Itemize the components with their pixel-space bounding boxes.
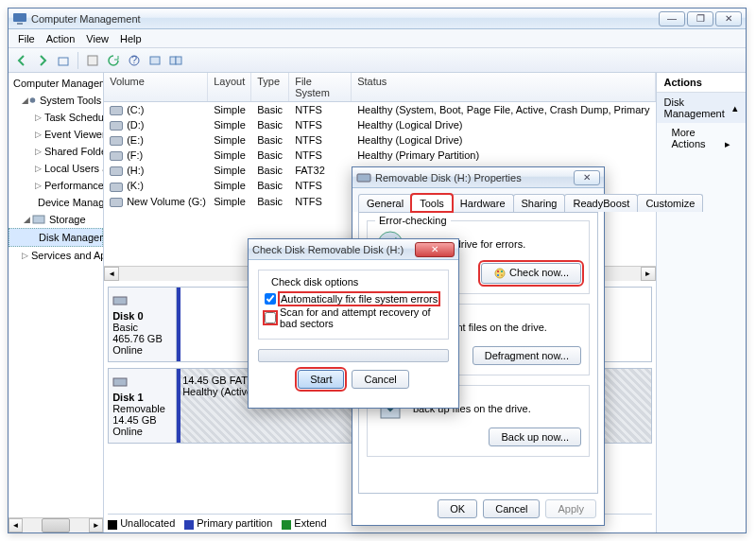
window-title: Computer Management — [31, 13, 659, 25]
tab-readyboost[interactable]: ReadyBoost — [564, 194, 638, 212]
auto-fix-checkbox[interactable] — [265, 293, 276, 305]
forward-button[interactable] — [33, 51, 52, 70]
volume-row[interactable]: (E:)SimpleBasicNTFSHealthy (Logical Driv… — [104, 132, 655, 148]
col-type[interactable]: Type — [251, 73, 289, 101]
chevron-right-icon: ▸ — [725, 138, 730, 150]
svg-rect-23 — [113, 378, 127, 386]
extra-button-2[interactable] — [166, 51, 185, 70]
tab-hardware[interactable]: Hardware — [452, 194, 514, 212]
svg-rect-30 — [501, 274, 503, 276]
volume-icon — [110, 121, 123, 131]
props-tabs: General Tools Hardware Sharing ReadyBoos… — [352, 188, 604, 212]
tab-tools[interactable]: Tools — [411, 194, 453, 212]
tree-shared-folders[interactable]: ▷Shared Folders — [9, 143, 103, 160]
actions-pane: Actions Disk Management▴ More Actions▸ — [657, 73, 747, 532]
menu-file[interactable]: File — [12, 31, 41, 46]
maximize-button[interactable]: ❐ — [687, 11, 713, 26]
tree-disk-management[interactable]: Disk Management — [9, 228, 103, 247]
ok-button[interactable]: OK — [438, 499, 477, 518]
scan-bad-checkbox[interactable] — [265, 312, 276, 323]
disk-icon — [112, 375, 128, 390]
props-close-button[interactable]: ✕ — [574, 170, 600, 185]
tree-task-scheduler[interactable]: ▷Task Scheduler — [9, 109, 103, 126]
menu-view[interactable]: View — [80, 31, 114, 46]
svg-rect-7 — [170, 57, 176, 64]
actions-more[interactable]: More Actions▸ — [657, 123, 747, 153]
volume-icon — [110, 198, 123, 207]
col-layout[interactable]: Layout — [208, 73, 251, 101]
svg-rect-8 — [176, 57, 181, 64]
start-button[interactable]: Start — [298, 370, 344, 389]
help-button[interactable]: ? — [125, 51, 144, 70]
menubar: File Action View Help — [9, 29, 746, 48]
extra-button-1[interactable] — [146, 51, 164, 70]
auto-fix-row: Automatically fix file system errors — [265, 293, 442, 305]
toolbar: ? — [9, 48, 746, 73]
svg-rect-0 — [13, 13, 26, 22]
tree-storage[interactable]: ◢Storage — [9, 211, 103, 228]
progress-bar — [258, 349, 449, 362]
app-icon — [12, 11, 27, 26]
svg-rect-27 — [497, 270, 499, 272]
volume-icon — [110, 183, 123, 192]
nav-tree[interactable]: Computer Management (Local) ◢System Tool… — [9, 73, 104, 532]
drive-icon — [356, 170, 371, 185]
tree-performance[interactable]: ▷Performance — [9, 177, 103, 194]
tree-system-tools[interactable]: ◢System Tools — [9, 92, 103, 109]
volume-icon — [110, 151, 123, 161]
chkdsk-cancel-button[interactable]: Cancel — [352, 370, 408, 389]
up-button[interactable] — [54, 51, 73, 70]
minimize-button[interactable]: — — [659, 11, 685, 26]
svg-text:?: ? — [131, 54, 137, 65]
titlebar[interactable]: Computer Management — ❐ ✕ — [9, 9, 746, 29]
actions-header: Actions — [657, 73, 747, 93]
scan-bad-row: Scan for and attempt recovery of bad sec… — [265, 306, 442, 329]
check-now-button[interactable]: Check now... — [481, 263, 581, 284]
defragment-button[interactable]: Defragment now... — [472, 346, 581, 365]
chkdsk-close-button[interactable]: ✕ — [415, 242, 455, 257]
svg-point-26 — [495, 269, 505, 278]
properties-button[interactable] — [83, 51, 102, 70]
tree-scrollbar[interactable]: ◄► — [9, 517, 103, 532]
svg-rect-29 — [497, 274, 499, 276]
chkdsk-titlebar[interactable]: Check Disk Removable Disk (H:) ✕ — [249, 239, 458, 260]
tree-device-manager[interactable]: Device Manager — [9, 194, 103, 211]
menu-action[interactable]: Action — [41, 31, 81, 46]
tab-sharing[interactable]: Sharing — [513, 194, 566, 212]
tab-general[interactable]: General — [358, 194, 412, 212]
refresh-button[interactable] — [104, 51, 123, 70]
back-button[interactable] — [12, 51, 31, 70]
backup-button[interactable]: Back up now... — [489, 428, 581, 446]
tree-local-users[interactable]: ▷Local Users and Groups — [9, 160, 103, 177]
volume-row[interactable]: (F:)SimpleBasicNTFSHealthy (Primary Part… — [104, 148, 655, 163]
chkdsk-title: Check Disk Removable Disk (H:) — [252, 244, 415, 255]
check-disk-dialog: Check Disk Removable Disk (H:) ✕ Check d… — [248, 238, 459, 409]
svg-rect-24 — [357, 174, 370, 182]
close-button[interactable]: ✕ — [715, 11, 742, 26]
volume-icon — [110, 106, 123, 115]
col-fs[interactable]: File System — [289, 73, 352, 101]
col-volume[interactable]: Volume — [104, 73, 208, 101]
svg-rect-28 — [501, 270, 503, 272]
volume-row[interactable]: (D:)SimpleBasicNTFSHealthy (Logical Driv… — [104, 117, 655, 132]
volume-header[interactable]: Volume Layout Type File System Status — [104, 73, 655, 102]
cancel-button[interactable]: Cancel — [483, 499, 540, 518]
svg-rect-6 — [150, 57, 160, 64]
svg-rect-1 — [17, 23, 23, 25]
volume-icon — [110, 136, 123, 146]
svg-rect-2 — [59, 58, 68, 65]
volume-row[interactable]: (C:)SimpleBasicNTFSHealthy (System, Boot… — [104, 102, 655, 117]
collapse-icon: ▴ — [732, 102, 738, 114]
tree-services[interactable]: ▷Services and Applications — [9, 247, 103, 264]
tree-event-viewer[interactable]: ▷Event Viewer — [9, 126, 103, 143]
check-disk-options: Check disk options Automatically fix fil… — [258, 270, 449, 340]
svg-rect-22 — [113, 297, 127, 305]
menu-help[interactable]: Help — [114, 31, 147, 46]
actions-section[interactable]: Disk Management▴ — [657, 93, 747, 123]
props-titlebar[interactable]: Removable Disk (H:) Properties ✕ — [352, 167, 604, 188]
tree-root[interactable]: Computer Management (Local) — [9, 75, 103, 92]
tab-customize[interactable]: Customize — [637, 194, 703, 212]
svg-rect-19 — [33, 216, 44, 223]
col-status[interactable]: Status — [352, 73, 655, 101]
disk-icon — [112, 293, 128, 308]
